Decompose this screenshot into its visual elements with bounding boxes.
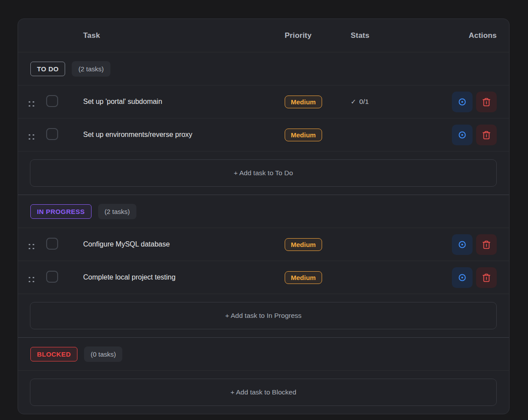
add-task-area: + Add task to Blocked	[18, 371, 509, 414]
section-task-list: Set up 'portal' subdomain Medium ✓ 0/1	[18, 85, 509, 151]
task-title[interactable]: Configure MySQL database	[83, 240, 285, 248]
column-header-stats: Stats	[351, 31, 452, 40]
task-stats: ✓ 0/1	[351, 98, 369, 106]
trash-icon	[482, 97, 491, 107]
section-task-list: Configure MySQL database Medium	[18, 228, 509, 294]
task-table-card: Task Priority Stats Actions TO DO (2 tas…	[18, 18, 510, 414]
page: { "header": { "task": "Task", "priority"…	[0, 0, 528, 420]
task-row: Complete local project testing Medium	[18, 261, 509, 294]
add-task-button[interactable]: + Add task to Blocked	[30, 379, 497, 406]
circle-dot-icon	[458, 97, 467, 107]
circle-dot-icon	[458, 273, 467, 282]
section-status-badge: IN PROGRESS	[30, 204, 92, 219]
task-title[interactable]: Set up 'portal' subdomain	[83, 98, 285, 106]
task-section: IN PROGRESS (2 tasks) Configure MySQL da…	[18, 195, 509, 337]
trash-icon	[482, 240, 491, 249]
delete-task-button[interactable]	[476, 92, 497, 112]
section-task-count: (2 tasks)	[98, 204, 137, 219]
drag-handle-icon[interactable]	[29, 277, 34, 283]
view-task-button[interactable]	[452, 267, 473, 288]
view-task-button[interactable]	[452, 234, 473, 255]
task-section: BLOCKED (0 tasks) + Add task to Blocked	[18, 337, 509, 414]
column-header-task: Task	[83, 31, 285, 40]
section-header: BLOCKED (0 tasks)	[18, 338, 509, 371]
task-checkbox[interactable]	[46, 238, 58, 250]
sections-container: TO DO (2 tasks) Set up 'portal' subdomai…	[18, 52, 509, 414]
column-header-actions: Actions	[452, 31, 497, 40]
drag-handle-icon[interactable]	[29, 134, 34, 140]
priority-badge[interactable]: Medium	[285, 238, 322, 251]
task-checkbox[interactable]	[46, 128, 58, 140]
add-task-area: + Add task to In Progress	[18, 294, 509, 337]
trash-icon	[482, 130, 491, 140]
delete-task-button[interactable]	[476, 234, 497, 255]
add-task-button[interactable]: + Add task to In Progress	[30, 302, 497, 329]
delete-task-button[interactable]	[476, 267, 497, 288]
section-status-badge: TO DO	[30, 62, 65, 76]
section-header: TO DO (2 tasks)	[18, 52, 509, 85]
circle-dot-icon	[458, 240, 467, 249]
trash-icon	[482, 273, 491, 282]
priority-badge[interactable]: Medium	[285, 271, 322, 284]
section-status-badge: BLOCKED	[30, 347, 77, 361]
view-task-button[interactable]	[452, 92, 473, 112]
task-row: Configure MySQL database Medium	[18, 228, 509, 261]
task-row: Set up environments/reverse proxy Medium	[18, 118, 509, 151]
add-task-area: + Add task to To Do	[18, 151, 509, 195]
task-title[interactable]: Set up environments/reverse proxy	[83, 131, 285, 139]
section-header: IN PROGRESS (2 tasks)	[18, 195, 509, 228]
check-icon: ✓	[351, 98, 356, 106]
priority-badge[interactable]: Medium	[285, 129, 322, 141]
task-row: Set up 'portal' subdomain Medium ✓ 0/1	[18, 85, 509, 118]
table-header-row: Task Priority Stats Actions	[18, 19, 509, 52]
circle-dot-icon	[458, 130, 467, 140]
column-header-priority: Priority	[285, 31, 351, 40]
task-checkbox[interactable]	[46, 95, 58, 107]
task-section: TO DO (2 tasks) Set up 'portal' subdomai…	[18, 52, 509, 195]
add-task-button[interactable]: + Add task to To Do	[30, 159, 497, 187]
view-task-button[interactable]	[452, 125, 473, 145]
section-task-count: (2 tasks)	[72, 61, 110, 77]
drag-handle-icon[interactable]	[29, 101, 34, 107]
task-checkbox[interactable]	[46, 271, 58, 283]
drag-handle-icon[interactable]	[29, 244, 34, 250]
priority-badge[interactable]: Medium	[285, 96, 322, 108]
section-task-count: (0 tasks)	[84, 346, 123, 362]
task-title[interactable]: Complete local project testing	[83, 273, 285, 281]
stats-value: 0/1	[359, 98, 369, 106]
delete-task-button[interactable]	[476, 125, 497, 145]
